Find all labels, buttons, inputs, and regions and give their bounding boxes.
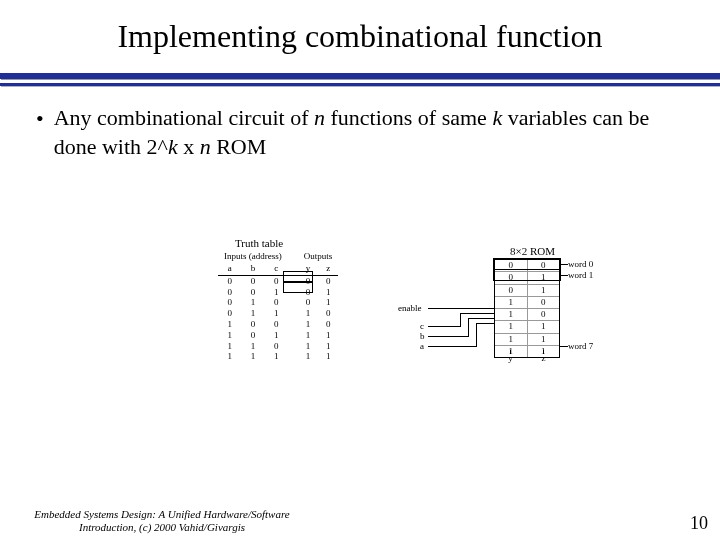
table-cell: 0: [241, 287, 264, 298]
table-cell: 1: [241, 341, 264, 352]
table-row: 10010: [218, 319, 338, 330]
table-cell: 1: [298, 308, 318, 319]
var-k: k: [492, 105, 502, 130]
wire: [560, 264, 568, 265]
diagram-area: Truth table Inputs (address) Outputs a b…: [0, 161, 720, 441]
rom-bit: 1: [495, 321, 528, 332]
word-0-label: word 0: [568, 259, 593, 269]
bullet-text: Any combinational circuit of n functions…: [54, 104, 684, 161]
out-y: y: [494, 353, 527, 363]
table-cell: 1: [218, 319, 241, 330]
rom-bit: 0: [495, 285, 528, 296]
rom-bit: 0: [528, 297, 560, 308]
table-cell: 0: [265, 319, 288, 330]
rom-output-labels: y z: [494, 353, 560, 363]
wire: [560, 275, 568, 276]
var-n: n: [200, 134, 211, 159]
table-cell: 1: [241, 297, 264, 308]
input-a-label: a: [420, 341, 424, 351]
table-cell: 1: [298, 330, 318, 341]
table-cell: 1: [241, 351, 264, 362]
truth-table-caption: Truth table: [235, 237, 283, 249]
table-cell: 1: [265, 351, 288, 362]
table-cell: 1: [318, 297, 338, 308]
wire: [543, 350, 544, 354]
wire: [428, 336, 468, 337]
table-cell: 0: [218, 308, 241, 319]
word-7-label: word 7: [568, 341, 593, 351]
rom-word: 11: [495, 334, 559, 346]
rom-word: 10: [495, 309, 559, 321]
table-cell: 1: [318, 287, 338, 298]
table-cell: 1: [318, 330, 338, 341]
table-cell: 0: [218, 287, 241, 298]
th-outputs: Outputs: [298, 251, 339, 263]
col-b: b: [241, 263, 264, 275]
table-cell: 0: [218, 297, 241, 308]
input-c-label: c: [420, 321, 424, 331]
wire: [510, 350, 511, 354]
col-z: z: [318, 263, 338, 275]
txt-frag: x: [178, 134, 200, 159]
txt-frag: functions of same: [325, 105, 492, 130]
table-cell: 0: [265, 341, 288, 352]
input-b-label: b: [420, 331, 425, 341]
rom-hl-1: [493, 269, 561, 281]
table-cell: 1: [318, 341, 338, 352]
table-cell: 1: [265, 330, 288, 341]
table-cell: 0: [298, 297, 318, 308]
table-row: 10111: [218, 330, 338, 341]
table-cell: 0: [265, 297, 288, 308]
table-cell: 1: [241, 308, 264, 319]
footer: Embedded Systems Design: A Unified Hardw…: [12, 508, 708, 534]
table-row: 01001: [218, 297, 338, 308]
rom-hl-0: [493, 258, 561, 270]
table-cell: 1: [218, 330, 241, 341]
table-cell: [288, 351, 298, 362]
table-cell: 0: [241, 275, 264, 286]
var-k: k: [168, 134, 178, 159]
table-cell: 0: [218, 275, 241, 286]
table-cell: 0: [318, 319, 338, 330]
rom-word: 11: [495, 321, 559, 333]
table-cell: [288, 330, 298, 341]
txt-frag: Any combinational circuit of: [54, 105, 314, 130]
truth-table: Inputs (address) Outputs a b c y z 00000…: [218, 251, 338, 362]
rom-bit: 1: [495, 297, 528, 308]
txt-frag: ROM: [211, 134, 267, 159]
rule-thick: [0, 73, 720, 79]
table-cell: 1: [298, 319, 318, 330]
wire: [460, 313, 461, 327]
wire: [428, 346, 476, 347]
word-1-label: word 1: [568, 270, 593, 280]
wire: [476, 323, 477, 347]
wire: [476, 323, 494, 324]
rom-word: 01: [495, 285, 559, 297]
rom-word: 10: [495, 297, 559, 309]
table-cell: [288, 308, 298, 319]
truth-hl-1: [283, 282, 313, 293]
wire: [560, 346, 568, 347]
bullet-item: • Any combinational circuit of n functio…: [0, 104, 720, 161]
table-cell: 1: [218, 341, 241, 352]
footer-source: Embedded Systems Design: A Unified Hardw…: [12, 508, 312, 534]
table-cell: 1: [265, 308, 288, 319]
table-row: 11111: [218, 351, 338, 362]
table-row: 01110: [218, 308, 338, 319]
table-cell: 1: [218, 351, 241, 362]
rom-bit: 0: [528, 309, 560, 320]
enable-label: enable: [398, 303, 421, 313]
rule-thin: [0, 83, 720, 86]
table-cell: 1: [318, 351, 338, 362]
wire: [468, 318, 494, 319]
table-cell: 0: [241, 319, 264, 330]
wire: [460, 313, 494, 314]
table-cell: [288, 319, 298, 330]
table-row: 00101: [218, 287, 338, 298]
table-cell: [288, 341, 298, 352]
bullet-dot: •: [36, 104, 44, 161]
th-inputs: Inputs (address): [218, 251, 288, 263]
rom-bit: 1: [528, 285, 560, 296]
truth-hl-0: [283, 271, 313, 282]
rom-bit: 1: [495, 309, 528, 320]
